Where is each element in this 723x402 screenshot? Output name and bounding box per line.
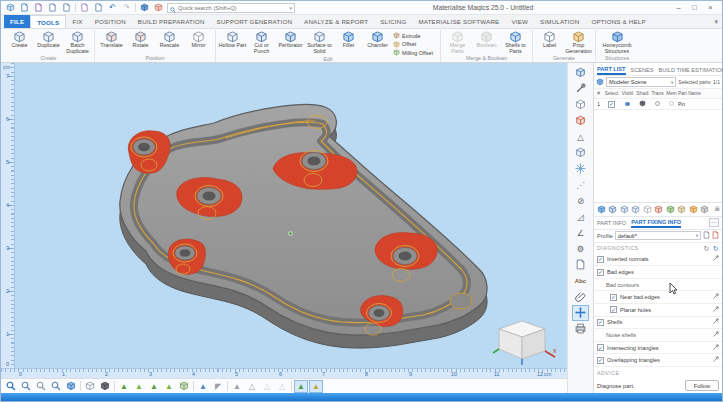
tab-part-fixing-info[interactable]: PART FIXING INFO [631,217,681,228]
tab-file[interactable]: FILE [4,15,30,28]
view-all-icon[interactable] [64,380,78,393]
annotations-icon[interactable]: Abc [572,273,589,289]
view-mode-icon[interactable] [139,2,150,13]
unmark-window-icon[interactable]: △ [245,380,259,393]
minimize-button[interactable]: – [671,2,686,13]
shading-icon[interactable] [635,100,650,108]
tab-view[interactable]: VIEW [505,15,534,28]
shells-to-parts-button[interactable]: Shells to Parts [501,30,530,55]
checkbox[interactable]: ✓ [597,319,604,326]
view-list-icon[interactable]: ≣ [714,205,720,213]
surface-to-solid-button[interactable]: Surface to Solid [305,30,334,55]
wrench-icon[interactable] [712,331,719,339]
marked-triangles-icon[interactable] [572,113,589,129]
deselect-triangles-icon[interactable]: ◤ [211,380,225,393]
label-part-icon[interactable] [688,204,698,215]
open-icon[interactable] [61,2,72,13]
select-triangles-icon[interactable]: ▲ [196,380,210,393]
angle-measure-icon[interactable]: ◿ [572,209,589,225]
scene-dropdown[interactable]: Modeler Scene▾ [606,77,676,87]
close-button[interactable]: × [703,2,718,13]
marked-planes-filter-icon[interactable]: ▲ [309,380,323,393]
wrench-icon[interactable] [712,255,719,263]
cut-or-punch-button[interactable]: Cut or Punch [247,30,276,55]
milling-offset-button[interactable]: Milling Offset [393,49,437,56]
diagnostic-shells[interactable]: ✓ Shells [594,317,722,330]
translate-button[interactable]: Translate [97,30,126,49]
default-views-icon[interactable] [572,65,589,81]
triangle-selection-icon[interactable]: △ [572,129,589,145]
new-document-icon[interactable] [19,2,30,13]
tab-analyze-report[interactable]: ANALYZE & REPORT [298,15,374,28]
unmark-shell-icon[interactable]: △ [275,380,289,393]
shell-selection-icon[interactable] [572,145,589,161]
viewport-canvas[interactable]: x [15,63,567,368]
mark-shell-icon[interactable]: ▲ [162,380,176,393]
chamfer-button[interactable]: Chamfer [363,30,392,49]
tab-build-time-estimation[interactable]: BUILD TIME ESTIMATION [659,65,723,74]
delete-part-icon[interactable] [654,204,664,215]
diagnostic-near-bad-edges[interactable]: ✓ Near bad edges [594,291,722,304]
merge-parts-button[interactable]: Merge Parts [443,30,472,55]
import-part-icon[interactable] [5,2,16,13]
save-profile-icon[interactable] [703,231,710,240]
checkbox[interactable]: ✓ [610,306,617,313]
ribbon-options-icon[interactable]: ▾ [714,15,718,28]
zoom-selected-icon[interactable] [49,380,63,393]
fix-wizard-icon[interactable] [572,81,589,97]
mark-window-icon[interactable]: ▲ [132,380,146,393]
part-table-row[interactable]: 1 ✓ Pin [594,99,722,110]
fillet-button[interactable]: Fillet [334,30,363,49]
attachments-icon[interactable] [572,289,589,305]
wrench-icon[interactable] [712,344,719,352]
checkbox[interactable]: ✓ [597,357,604,364]
shaded-view-icon[interactable] [98,380,112,393]
select-checkbox[interactable]: ✓ [603,101,620,108]
extrude-button[interactable]: Extrude [393,32,437,39]
auto-update-icon[interactable]: ↻ [713,245,719,252]
paste-icon[interactable] [93,2,104,13]
part-properties-icon[interactable] [700,204,710,215]
wrench-icon[interactable] [712,306,719,314]
unmark-triangle-icon[interactable]: ▲ [230,380,244,393]
zoom-window-icon[interactable] [19,380,33,393]
clearance-icon[interactable]: ⊘ [572,193,589,209]
boolean-icon[interactable] [642,204,652,215]
diagnostic-intersecting-triangles[interactable]: ✓ Intersecting triangles [594,342,722,355]
boolean-button[interactable]: Boolean [472,30,501,49]
honeycomb-structures-button[interactable]: Honeycomb Structures [598,30,636,55]
diagnostic-noise-shells[interactable]: Noise shells [594,329,722,342]
tab-part-info[interactable]: PART INFO [597,218,626,227]
diagnostic-bad-contours[interactable]: Bad contours [594,279,722,292]
marked-triangles-filter-icon[interactable]: ▲ [294,380,308,393]
tab-tools[interactable]: TOOLS [30,15,66,28]
transparency-icon[interactable] [650,101,665,107]
save-all-icon[interactable] [47,2,58,13]
wrench-icon[interactable] [712,356,719,364]
mirror-button[interactable]: Mirror [184,30,213,49]
refresh-diagnostics-icon[interactable]: ↻ [703,245,709,252]
mark-triangle-icon[interactable]: ▲ [117,380,131,393]
visible-icon[interactable] [620,102,635,107]
pan-icon[interactable] [34,380,48,393]
profile-dropdown[interactable]: default*▾ [615,231,701,240]
rescale-button[interactable]: Rescale [155,30,184,49]
tab-simulation[interactable]: SIMULATION [534,15,585,28]
iso-view-icon[interactable] [83,380,97,393]
tab-fix[interactable]: FIX [66,15,88,28]
copy-icon[interactable] [79,2,90,13]
tab-materialise-software[interactable]: MATERIALISE SOFTWARE [412,15,505,28]
tab-scenes[interactable]: SCENES [631,65,654,74]
diagnostic-bad-edges[interactable]: ✓ Bad edges [594,266,722,279]
orientation-cube[interactable]: x [493,319,559,367]
rotate-button[interactable]: Rotate [126,30,155,49]
mark-brush-icon[interactable]: ▲ [147,380,161,393]
delete-part-icon[interactable] [153,2,164,13]
batch-duplicate-button[interactable]: Batch Duplicate [63,30,92,55]
shells-to-parts-icon[interactable] [631,204,641,215]
wrench-icon[interactable] [712,318,719,326]
label-button[interactable]: Label [535,30,564,49]
tab-position[interactable]: POSITION [89,15,132,28]
distance-measure-icon[interactable]: ∠ [572,225,589,241]
box-selection-icon[interactable] [572,97,589,113]
